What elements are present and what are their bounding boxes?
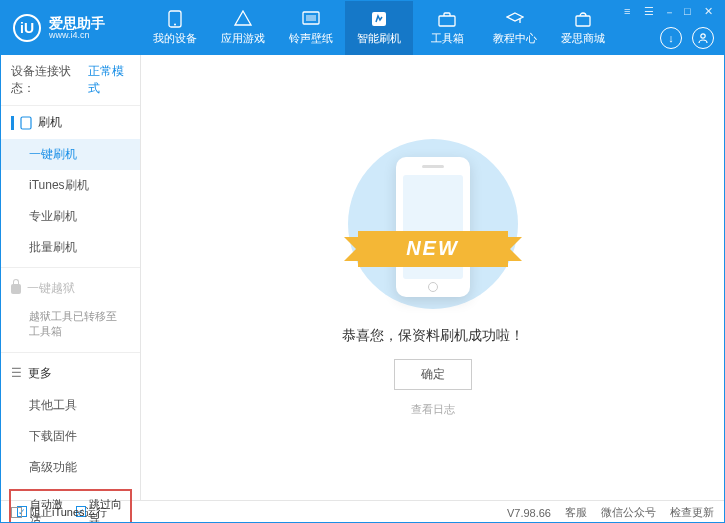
checkbox-label: 阻止iTunes运行 — [30, 505, 107, 520]
store-icon — [574, 10, 592, 28]
logo-section: iU 爱思助手 www.i4.cn — [1, 14, 141, 42]
download-button[interactable]: ↓ — [660, 27, 682, 49]
sidebar-item-download-firmware[interactable]: 下载固件 — [1, 421, 140, 452]
phone-small-icon — [20, 116, 32, 130]
nav-tutorials[interactable]: 教程中心 — [481, 1, 549, 55]
toolbox-icon — [438, 10, 456, 28]
app-logo-icon: iU — [13, 14, 41, 42]
category-label: 刷机 — [38, 114, 62, 131]
flash-icon — [370, 10, 388, 28]
footer-link-wechat[interactable]: 微信公众号 — [601, 505, 656, 520]
nav-label: 我的设备 — [153, 31, 197, 46]
sidebar-item-batch-flash[interactable]: 批量刷机 — [1, 232, 140, 263]
app-header: iU 爱思助手 www.i4.cn 我的设备 应用游戏 铃声壁纸 智能刷机 工具… — [1, 1, 724, 55]
new-ribbon: NEW — [358, 231, 508, 267]
main-content: NEW 恭喜您，保资料刷机成功啦！ 确定 查看日志 — [141, 55, 724, 500]
device-status-row: 设备连接状态： 正常模式 — [1, 55, 140, 106]
phone-graphic — [396, 157, 470, 297]
ok-button[interactable]: 确定 — [394, 359, 472, 390]
svg-rect-3 — [306, 15, 316, 21]
footer-link-support[interactable]: 客服 — [565, 505, 587, 520]
category-jailbreak: 一键越狱 — [1, 272, 140, 305]
minimize-icon[interactable]: － — [664, 5, 678, 19]
checkbox-block-itunes[interactable]: 阻止iTunes运行 — [11, 505, 107, 520]
svg-point-7 — [701, 34, 705, 38]
nav-label: 智能刷机 — [357, 31, 401, 46]
status-label: 设备连接状态： — [11, 63, 84, 97]
phone-icon — [166, 10, 184, 28]
version-label: V7.98.66 — [507, 507, 551, 519]
nav-label: 爱思商城 — [561, 31, 605, 46]
view-log-link[interactable]: 查看日志 — [411, 402, 455, 417]
sidebar-item-pro-flash[interactable]: 专业刷机 — [1, 201, 140, 232]
sidebar-item-oneclick-flash[interactable]: 一键刷机 — [1, 139, 140, 170]
user-button[interactable] — [692, 27, 714, 49]
category-label: 更多 — [28, 365, 52, 382]
skin-icon[interactable]: ☰ — [644, 5, 658, 19]
nav-smart-flash[interactable]: 智能刷机 — [345, 1, 413, 55]
nav-label: 教程中心 — [493, 31, 537, 46]
nav-apps-games[interactable]: 应用游戏 — [209, 1, 277, 55]
success-illustration: NEW — [348, 139, 518, 309]
footer-link-update[interactable]: 检查更新 — [670, 505, 714, 520]
nav-my-device[interactable]: 我的设备 — [141, 1, 209, 55]
nav-toolbox[interactable]: 工具箱 — [413, 1, 481, 55]
nav-store[interactable]: 爱思商城 — [549, 1, 617, 55]
svg-rect-8 — [21, 117, 31, 129]
app-url: www.i4.cn — [49, 30, 105, 41]
category-more: ☰ 更多 — [1, 357, 140, 390]
more-icon: ☰ — [11, 366, 22, 380]
nav-label: 应用游戏 — [221, 31, 265, 46]
menu-icon[interactable]: ≡ — [624, 5, 638, 19]
svg-point-1 — [174, 24, 176, 26]
apps-icon — [234, 10, 252, 28]
top-nav: 我的设备 应用游戏 铃声壁纸 智能刷机 工具箱 教程中心 爱思商城 — [141, 1, 617, 55]
sidebar-item-itunes-flash[interactable]: iTunes刷机 — [1, 170, 140, 201]
lock-icon — [11, 284, 21, 294]
svg-rect-6 — [576, 16, 590, 26]
wallpaper-icon — [302, 10, 320, 28]
close-icon[interactable]: ✕ — [704, 5, 718, 19]
success-message: 恭喜您，保资料刷机成功啦！ — [342, 327, 524, 345]
app-title: 爱思助手 — [49, 16, 105, 30]
jailbreak-note: 越狱工具已转移至工具箱 — [1, 305, 140, 348]
sidebar: 设备连接状态： 正常模式 刷机 一键刷机 iTunes刷机 专业刷机 批量刷机 … — [1, 55, 141, 500]
nav-label: 工具箱 — [431, 31, 464, 46]
sidebar-item-advanced[interactable]: 高级功能 — [1, 452, 140, 483]
category-label: 一键越狱 — [27, 280, 75, 297]
header-actions: ↓ — [660, 27, 714, 49]
tutorial-icon — [506, 10, 524, 28]
checkbox-icon — [11, 507, 22, 518]
status-value: 正常模式 — [88, 63, 130, 97]
window-controls: ≡ ☰ － □ ✕ — [624, 5, 718, 19]
svg-rect-5 — [439, 16, 455, 26]
nav-label: 铃声壁纸 — [289, 31, 333, 46]
maximize-icon[interactable]: □ — [684, 5, 698, 19]
category-flash: 刷机 — [1, 106, 140, 139]
nav-ringtones[interactable]: 铃声壁纸 — [277, 1, 345, 55]
sidebar-item-other-tools[interactable]: 其他工具 — [1, 390, 140, 421]
